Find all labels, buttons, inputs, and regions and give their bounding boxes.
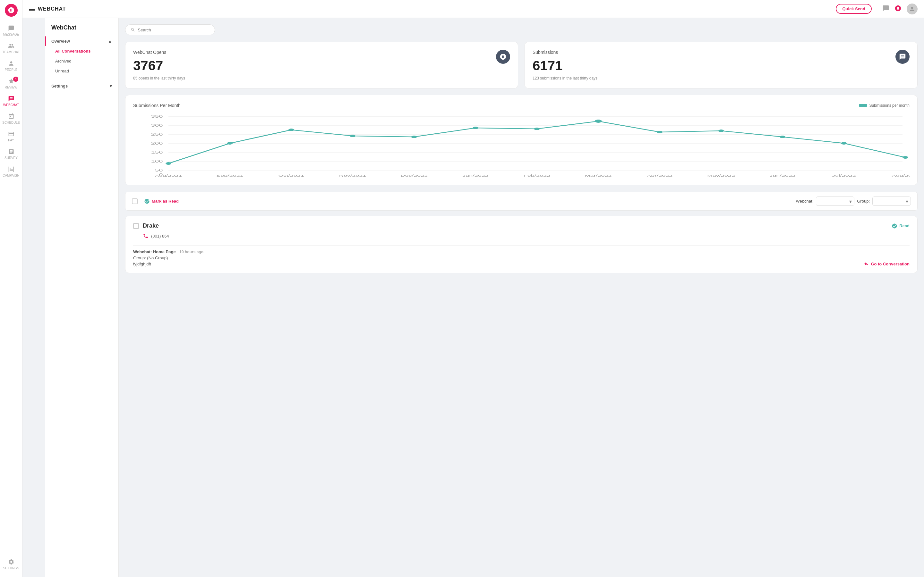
sidebar-overview-label[interactable]: Overview ▲ — [45, 36, 118, 46]
content-area: WebChat Opens 3767 85 opens in the last … — [119, 18, 924, 577]
quick-send-button[interactable]: Quick Send — [836, 4, 872, 14]
svg-text:Sep/2021: Sep/2021 — [216, 174, 244, 177]
top-bar-separator — [877, 4, 877, 14]
nav-label-message: MESSAGE — [3, 33, 19, 36]
sidebar-link-unread[interactable]: Unread — [45, 66, 118, 76]
legend-label: Submissions per month — [869, 103, 909, 108]
svg-text:May/2022: May/2022 — [707, 174, 735, 177]
svg-text:150: 150 — [151, 151, 163, 154]
nav-label-campaign: CAMPAIGN — [3, 174, 19, 177]
svg-text:Feb/2022: Feb/2022 — [523, 174, 551, 177]
go-to-conversation-button[interactable]: Go to Conversation — [864, 261, 909, 266]
main-container: WebChat Overview ▲ All Conversations Arc… — [45, 18, 924, 577]
sidebar-item-pay[interactable]: PAY — [0, 127, 22, 145]
nav-label-webchat: WEBCHAT — [3, 103, 19, 107]
submissions-chart-svg: 350 300 250 200 150 100 50 0 — [133, 113, 909, 177]
conv-meta: Webchat: Home Page 19 hours ago Group: (… — [133, 245, 909, 266]
chart-card: Submissions Per Month Submissions per mo… — [125, 95, 918, 185]
chevron-up-icon: ▲ — [108, 39, 112, 44]
chat-icon[interactable] — [882, 5, 889, 13]
search-bar[interactable] — [125, 24, 215, 35]
conv-checkbox[interactable] — [133, 223, 139, 229]
nav-label-review: REVIEW — [5, 85, 17, 89]
sidebar-settings[interactable]: Settings ▾ — [45, 81, 118, 91]
webchat-select-wrapper[interactable] — [816, 197, 855, 206]
svg-text:Apr/2022: Apr/2022 — [647, 174, 672, 177]
top-bar-webchat-icon: ▬ — [29, 5, 35, 12]
submissions-number: 6171 — [533, 58, 598, 73]
conv-read-button[interactable]: Read — [892, 223, 909, 229]
top-bar: ▬ WEBCHAT Quick Send — [23, 0, 924, 18]
chart-header: Submissions Per Month Submissions per mo… — [133, 103, 909, 108]
stats-row: WebChat Opens 3767 85 opens in the last … — [125, 42, 918, 89]
svg-point-27 — [903, 156, 908, 159]
sidebar-link-all-conversations[interactable]: All Conversations — [45, 46, 118, 56]
opens-label: WebChat Opens — [133, 50, 185, 55]
submissions-icon — [895, 50, 909, 64]
svg-text:350: 350 — [151, 115, 163, 118]
user-avatar[interactable] — [907, 3, 918, 15]
chevron-down-icon: ▾ — [110, 84, 112, 89]
conversation-card: Drake Read (801) 864 Webchat: Home Page … — [125, 216, 918, 273]
group-select-wrapper[interactable] — [872, 197, 911, 206]
nav-label-survey: SURVEY — [5, 156, 18, 160]
conv-read-label: Read — [899, 223, 909, 228]
svg-point-23 — [657, 131, 662, 133]
conv-name: Drake — [143, 222, 159, 229]
group-select[interactable] — [872, 197, 911, 206]
sidebar-item-campaign[interactable]: CAMPAIGN — [0, 163, 22, 181]
svg-text:50: 50 — [155, 169, 163, 172]
conv-phone-number: (801) 864 — [151, 234, 169, 239]
svg-point-26 — [841, 142, 847, 145]
sidebar: WebChat Overview ▲ All Conversations Arc… — [45, 18, 119, 577]
nav-label-schedule: SCHEDULE — [2, 121, 19, 124]
svg-point-19 — [411, 135, 417, 138]
sidebar-item-people[interactable]: PEOPLE — [0, 57, 22, 75]
sidebar-item-review[interactable]: 3 REVIEW — [0, 75, 22, 92]
svg-text:Aug/2022: Aug/2022 — [892, 174, 909, 177]
chart-legend: Submissions per month — [859, 103, 909, 108]
svg-point-22 — [595, 119, 602, 123]
nav-label-pay: PAY — [8, 139, 14, 142]
reply-icon — [864, 261, 869, 266]
svg-point-16 — [227, 142, 233, 145]
sidebar-item-settings[interactable]: SETTINGS — [0, 556, 22, 573]
svg-point-24 — [718, 129, 724, 132]
sidebar-item-survey[interactable]: SURVEY — [0, 145, 22, 163]
search-icon — [131, 27, 136, 32]
sidebar-overview-section: Overview ▲ — [45, 36, 118, 46]
chart-title: Submissions Per Month — [133, 103, 181, 108]
select-all-checkbox[interactable] — [132, 198, 137, 204]
svg-point-17 — [288, 129, 294, 131]
conv-group: Group: (No Group) — [133, 255, 204, 260]
sidebar-item-webchat[interactable]: WEBCHAT — [0, 92, 22, 110]
mark-as-read-label: Mark as Read — [152, 199, 179, 203]
sidebar-item-teamchat[interactable]: TEAMCHAT — [0, 39, 22, 57]
read-check-icon — [892, 223, 897, 229]
svg-text:Dec/2021: Dec/2021 — [401, 174, 428, 177]
left-navigation: MESSAGE TEAMCHAT PEOPLE 3 REVIEW WEBCHAT… — [0, 0, 23, 577]
svg-text:Nov/2021: Nov/2021 — [339, 174, 367, 177]
page-title: WEBCHAT — [38, 6, 66, 12]
app-logo[interactable] — [5, 4, 18, 17]
legend-color-box — [859, 104, 867, 107]
sidebar-title: WebChat — [45, 24, 118, 36]
stat-card-opens: WebChat Opens 3767 85 opens in the last … — [125, 42, 518, 89]
conv-card-header: Drake Read — [133, 222, 909, 229]
conv-webchat-source: Webchat: Home Page 19 hours ago — [133, 250, 204, 254]
search-input[interactable] — [138, 27, 210, 32]
mark-as-read-button[interactable]: Mark as Read — [144, 198, 179, 204]
svg-point-21 — [534, 127, 540, 130]
sidebar-item-message[interactable]: MESSAGE — [0, 22, 22, 39]
filter-group: Webchat: Group: — [796, 197, 911, 206]
sidebar-link-archived[interactable]: Archived — [45, 56, 118, 66]
svg-point-18 — [350, 135, 355, 137]
analytics-icon[interactable] — [895, 5, 901, 13]
webchat-select[interactable] — [816, 197, 855, 206]
svg-text:Mar/2022: Mar/2022 — [585, 174, 612, 177]
svg-text:300: 300 — [151, 124, 163, 127]
nav-label-teamchat: TEAMCHAT — [2, 50, 19, 54]
stat-card-submissions: Submissions 6171 123 submissions in the … — [525, 42, 918, 89]
review-badge: 3 — [13, 77, 18, 82]
sidebar-item-schedule[interactable]: SCHEDULE — [0, 110, 22, 127]
